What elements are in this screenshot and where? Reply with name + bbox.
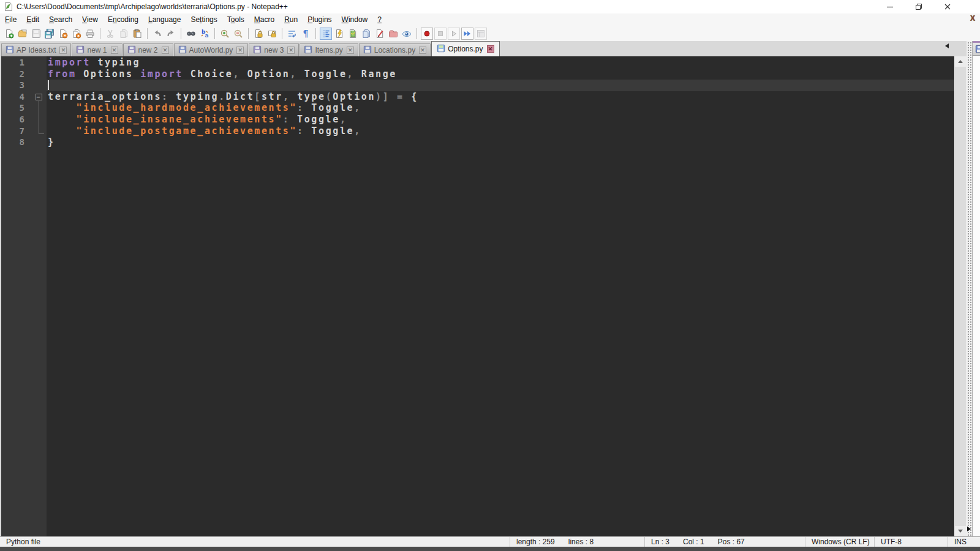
- tab-close-icon[interactable]: ✕: [59, 47, 67, 54]
- menu-run[interactable]: Run: [279, 14, 303, 25]
- macro-play-icon[interactable]: [448, 28, 460, 40]
- menu-encoding[interactable]: Encoding: [103, 14, 143, 25]
- tab-close-icon[interactable]: ✕: [236, 47, 244, 54]
- menu-search[interactable]: Search: [44, 14, 77, 25]
- save-icon[interactable]: [30, 28, 42, 40]
- document-map-icon[interactable]: [347, 28, 359, 40]
- view-splitter-grip[interactable]: [967, 41, 972, 536]
- splitter-collapse-icon[interactable]: [967, 527, 971, 531]
- fold-collapse-icon[interactable]: −: [31, 91, 47, 103]
- saved-file-icon: [975, 45, 980, 53]
- code-text: "include_hardmode_achievements": Toggle,: [47, 102, 954, 114]
- menu-[interactable]: ?: [372, 14, 386, 25]
- tab-close-icon[interactable]: ✕: [419, 47, 426, 54]
- title-bar[interactable]: C:\Users\Dood\Documents\tmp\Archipelago\…: [0, 0, 980, 13]
- menu-settings[interactable]: Settings: [186, 14, 222, 25]
- open-folder-icon[interactable]: [17, 28, 29, 40]
- restore-window-icon[interactable]: [904, 0, 933, 13]
- editor-region: 1import typing2from Options import Choic…: [0, 56, 980, 536]
- notepad-plus-plus-window: C:\Users\Dood\Documents\tmp\Archipelago\…: [0, 0, 980, 551]
- sync-scroll-v-icon[interactable]: [252, 28, 265, 40]
- menu-macro[interactable]: Macro: [249, 14, 279, 25]
- toolbar-separator: [181, 28, 181, 39]
- tab-autoworld-py[interactable]: AutoWorld.py✕: [174, 43, 249, 56]
- macro-save-icon[interactable]: [475, 28, 487, 40]
- menu-edit[interactable]: Edit: [21, 14, 44, 25]
- menu-plugins[interactable]: Plugins: [303, 14, 336, 25]
- menu-window[interactable]: Window: [337, 14, 373, 25]
- macro-record-icon[interactable]: [421, 28, 433, 40]
- svg-text:¶: ¶: [303, 29, 309, 39]
- toolbar-separator: [214, 28, 215, 39]
- menu-view[interactable]: View: [77, 14, 103, 25]
- define-language-icon[interactable]: [333, 28, 345, 40]
- tab-close-icon[interactable]: ✕: [162, 47, 169, 54]
- fold-margin: [31, 126, 47, 137]
- menu-language[interactable]: Language: [143, 14, 186, 25]
- tab-close-icon[interactable]: ✕: [111, 47, 118, 54]
- code-line-4: 4−terraria_options: typing.Dict[str, typ…: [1, 91, 954, 103]
- macro-run-multi-icon[interactable]: [461, 28, 473, 40]
- fold-margin: [31, 80, 47, 91]
- tab-new-1[interactable]: new 1✕: [72, 43, 122, 56]
- tab-label: Options.py: [448, 45, 483, 53]
- vertical-scrollbar[interactable]: [954, 56, 967, 536]
- zoom-in-icon[interactable]: [219, 28, 231, 40]
- document-list-icon[interactable]: [360, 28, 372, 40]
- show-all-chars-icon[interactable]: ¶: [300, 28, 312, 40]
- scrollbar-up-icon[interactable]: [954, 56, 967, 67]
- new-file-icon[interactable]: [3, 28, 15, 40]
- tab-close-icon[interactable]: ✕: [287, 47, 295, 54]
- status-encoding[interactable]: UTF-8: [875, 537, 948, 547]
- tab-ap-ideas-txt[interactable]: AP Ideas.txt✕: [1, 43, 71, 56]
- tab-close-icon[interactable]: ✕: [487, 45, 494, 53]
- tab-close-icon[interactable]: ✕: [347, 47, 354, 54]
- copy-icon[interactable]: [118, 28, 130, 40]
- find-icon[interactable]: [185, 28, 197, 40]
- undo-icon[interactable]: [151, 28, 164, 40]
- close-doc-icon[interactable]: [57, 28, 69, 40]
- line-number: 8: [1, 137, 31, 148]
- docked-pane-tab[interactable]: [973, 41, 980, 56]
- status-typing-mode[interactable]: INS: [948, 537, 980, 547]
- indent-guide-icon[interactable]: [320, 28, 332, 40]
- close-window-icon[interactable]: [933, 0, 962, 13]
- saved-file-icon: [363, 45, 374, 56]
- line-number: 5: [1, 102, 31, 114]
- document-close-icon[interactable]: X: [970, 14, 975, 23]
- tab-new-3[interactable]: new 3✕: [249, 43, 299, 56]
- unsaved-file-icon: [76, 45, 87, 56]
- close-all-docs-icon[interactable]: [70, 28, 83, 40]
- status-length-lines: length : 259lines : 8: [510, 537, 645, 547]
- code-editor[interactable]: 1import typing2from Options import Choic…: [0, 56, 954, 536]
- tab-items-py[interactable]: Items.py✕: [300, 43, 358, 56]
- function-list-icon[interactable]: [374, 28, 386, 40]
- cut-icon[interactable]: [104, 28, 116, 40]
- scrollbar-down-icon[interactable]: [954, 526, 967, 536]
- scrollbar-thumb[interactable]: [955, 67, 966, 526]
- print-icon[interactable]: [84, 28, 96, 40]
- tab-label: new 1: [87, 46, 107, 54]
- tab-scroll-left-icon[interactable]: [945, 43, 949, 48]
- macro-stop-icon[interactable]: [434, 28, 447, 40]
- replace-icon[interactable]: ba: [198, 28, 211, 40]
- status-eol-format[interactable]: Windows (CR LF): [805, 537, 875, 547]
- code-line-3: 3: [1, 80, 954, 91]
- minimize-window-icon[interactable]: [875, 0, 904, 13]
- tab-new-2[interactable]: new 2✕: [123, 43, 173, 56]
- saved-file-icon: [178, 45, 189, 56]
- redo-icon[interactable]: [165, 28, 177, 40]
- zoom-out-icon[interactable]: [232, 28, 244, 40]
- monitoring-icon[interactable]: [401, 28, 413, 40]
- tab-locations-py[interactable]: Locations.py✕: [359, 43, 431, 56]
- tab-label: new 2: [138, 46, 158, 54]
- paste-icon[interactable]: [131, 28, 143, 40]
- tab-options-py[interactable]: Options.py✕: [431, 41, 499, 56]
- menu-tools[interactable]: Tools: [222, 14, 249, 25]
- sync-scroll-h-icon[interactable]: [266, 28, 278, 40]
- word-wrap-icon[interactable]: [286, 28, 298, 40]
- menu-file[interactable]: File: [0, 14, 21, 25]
- folder-as-workspace-icon[interactable]: [387, 28, 399, 40]
- save-all-icon[interactable]: [43, 28, 56, 40]
- fold-margin: [31, 137, 47, 148]
